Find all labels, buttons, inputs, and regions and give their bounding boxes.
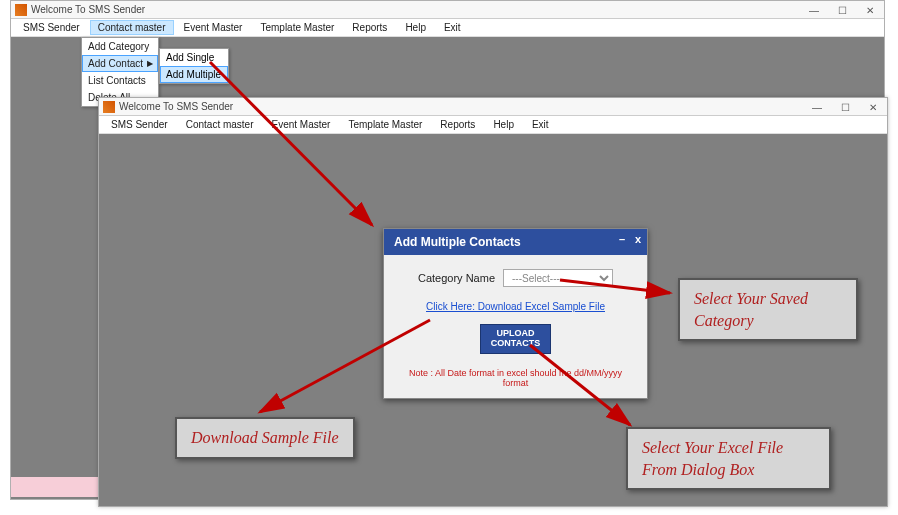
titlebar-inner: Welcome To SMS Sender — ☐ ✕ [99,98,887,116]
upload-contacts-button[interactable]: UPLOAD CONTACTS [480,324,551,354]
menu-reports[interactable]: Reports [432,117,483,132]
menu-exit[interactable]: Exit [524,117,557,132]
menu-sms-sender[interactable]: SMS Sender [103,117,176,132]
menu-event-master[interactable]: Event Master [176,20,251,35]
date-format-note: Note : All Date format in excel should m… [396,368,635,388]
taskbar-preview-strip [11,477,98,497]
menubar-inner: SMS Sender Contact master Event Master T… [99,116,887,134]
menu-sms-sender[interactable]: SMS Sender [15,20,88,35]
dialog-titlebar: Add Multiple Contacts – x [384,229,647,255]
dialog-body: Category Name ---Select--- Click Here: D… [384,255,647,398]
menu-item-label: Add Contact [88,58,143,69]
submenu-arrow-icon: ▶ [147,59,153,68]
maximize-button[interactable]: ☐ [831,98,859,116]
category-name-label: Category Name [418,272,495,284]
titlebar-outer: Welcome To SMS Sender — ☐ ✕ [11,1,884,19]
window-title: Welcome To SMS Sender [119,101,233,112]
annotation-select-category: Select Your SavedCategory [678,278,858,341]
menu-help[interactable]: Help [397,20,434,35]
menu-contact-master[interactable]: Contact master [90,20,174,35]
add-multiple-contacts-dialog: Add Multiple Contacts – x Category Name … [383,228,648,399]
close-button[interactable]: ✕ [859,98,887,116]
menu-exit[interactable]: Exit [436,20,469,35]
download-sample-link[interactable]: Click Here: Download Excel Sample File [426,301,605,312]
close-button[interactable]: ✕ [856,1,884,19]
menu-contact-master[interactable]: Contact master [178,117,262,132]
menu-item-add-multiple[interactable]: Add Multiple [160,66,228,83]
app-icon [15,4,27,16]
menu-item-add-contact[interactable]: Add Contact ▶ [82,55,158,72]
window-controls: — ☐ ✕ [803,98,887,116]
maximize-button[interactable]: ☐ [828,1,856,19]
add-contact-submenu: Add Single Add Multiple [159,48,229,84]
window-title: Welcome To SMS Sender [31,4,145,15]
menu-item-add-single[interactable]: Add Single [160,49,228,66]
window-controls: — ☐ ✕ [800,1,884,19]
menu-event-master[interactable]: Event Master [264,117,339,132]
menu-reports[interactable]: Reports [344,20,395,35]
minimize-button[interactable]: — [800,1,828,19]
upload-btn-line1: UPLOAD [497,328,535,338]
upload-btn-line2: CONTACTS [491,338,540,348]
menu-template-master[interactable]: Template Master [340,117,430,132]
menubar-outer: SMS Sender Contact master Event Master T… [11,19,884,37]
menu-help[interactable]: Help [485,117,522,132]
dialog-title: Add Multiple Contacts [394,235,521,249]
category-name-select[interactable]: ---Select--- [503,269,613,287]
app-icon [103,101,115,113]
annotation-download-sample: Download Sample File [175,417,355,459]
menu-item-add-category[interactable]: Add Category [82,38,158,55]
dialog-close-icon[interactable]: x [635,233,641,245]
minimize-button[interactable]: — [803,98,831,116]
dialog-minimize-icon[interactable]: – [619,233,625,245]
menu-item-list-contacts[interactable]: List Contacts [82,72,158,89]
annotation-select-excel: Select Your Excel FileFrom Dialog Box [626,427,831,490]
menu-template-master[interactable]: Template Master [252,20,342,35]
